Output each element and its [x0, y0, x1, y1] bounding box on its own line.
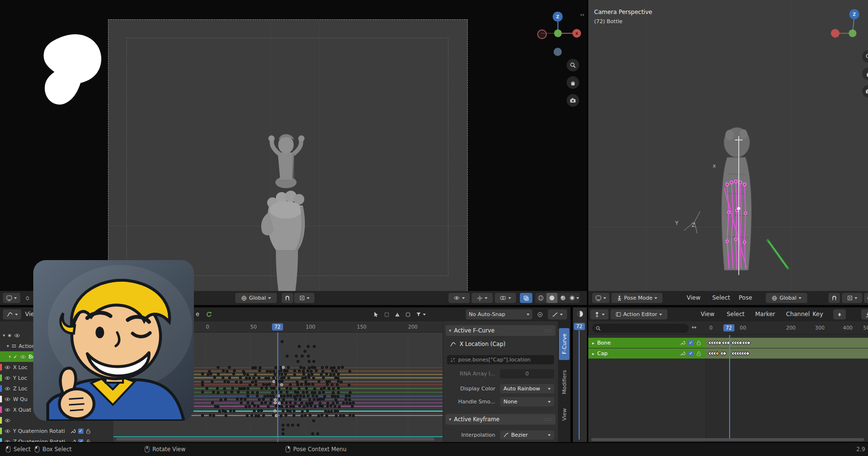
mode-dropdown[interactable]: Pose Mode [611, 293, 663, 303]
interpolation-dropdown[interactable]: Bezier [500, 430, 554, 440]
wrench-icon[interactable] [70, 439, 76, 442]
visibility-dropdown[interactable] [448, 293, 470, 303]
eye-icon[interactable] [4, 408, 11, 412]
lock-icon[interactable] [696, 340, 701, 345]
editor-type-button[interactable] [3, 309, 21, 319]
marquee-select-button[interactable] [381, 309, 392, 319]
lock-icon[interactable] [696, 351, 701, 356]
expand-triangle-icon[interactable]: ▸ [592, 351, 595, 356]
zoom-button[interactable] [567, 59, 579, 71]
eye-icon[interactable] [20, 355, 26, 359]
graph-channel-row[interactable]: Y Quaternion Rotati✓ [0, 426, 113, 436]
snap-settings-dropdown[interactable] [294, 293, 314, 303]
action-channel-area[interactable]: ▸Bone✓▸Cap✓ [588, 335, 868, 442]
eye-icon[interactable] [4, 429, 11, 433]
eye-icon[interactable] [4, 387, 11, 391]
playhead-frame-badge[interactable]: 72 [272, 323, 283, 331]
value-stepper-buttons[interactable] [833, 309, 846, 319]
xray-toggle-button[interactable] [520, 293, 532, 303]
menu-channel[interactable]: Channel [786, 311, 810, 318]
move-view-button[interactable] [862, 68, 868, 80]
camera-view-button[interactable] [862, 85, 868, 97]
wrench-icon[interactable] [680, 351, 685, 356]
proportional-edit-button[interactable] [864, 293, 868, 303]
auto-snap-dropdown[interactable]: No Auto-Snap [466, 309, 532, 319]
rna-array-field[interactable]: 0 [500, 369, 554, 378]
lock-icon[interactable] [86, 439, 91, 442]
action-channel-cell[interactable]: ▸Bone✓ [588, 338, 706, 348]
cursor-tool-button[interactable] [371, 309, 381, 319]
falloff-dropdown[interactable] [548, 309, 567, 319]
action-key-band[interactable] [706, 348, 868, 359]
tab-fcurve[interactable]: F-Curve [559, 328, 570, 360]
snap-toggle-button[interactable] [282, 293, 293, 303]
eye-icon[interactable] [4, 376, 11, 380]
panel-active-keyframe-header[interactable]: ▾ Active Keyframe :::: [446, 414, 556, 425]
display-color-dropdown[interactable]: Auto Rainbow [500, 384, 554, 393]
keyframe-diamond[interactable] [746, 351, 750, 356]
normalize-label-fragment[interactable]: e [196, 311, 199, 318]
action-channel-row[interactable]: ▸Bone✓ [588, 338, 868, 348]
playhead-line[interactable] [579, 331, 580, 440]
eye-icon[interactable] [4, 365, 11, 370]
action-channel-cell[interactable]: ▸Cap✓ [588, 348, 706, 359]
menu-select[interactable]: Select [727, 311, 745, 318]
tab-modifiers[interactable]: Modifiers [559, 364, 570, 401]
wrench-icon[interactable] [70, 428, 76, 434]
playhead-frame-badge[interactable]: 72 [723, 324, 734, 332]
menu-key[interactable]: Key [813, 311, 823, 318]
shading-solid-button[interactable] [546, 293, 557, 303]
refresh-button[interactable] [203, 309, 215, 319]
gizmo-camera-dot[interactable] [554, 48, 562, 56]
rna-path-field[interactable]: pose.bones["Cap"].location [447, 355, 554, 364]
snap-settings-dropdown[interactable] [842, 293, 862, 303]
expand-triangle-icon[interactable]: ▾ [3, 333, 5, 338]
push-down-button[interactable] [861, 309, 868, 319]
tab-view[interactable]: View [559, 403, 570, 426]
viewport-3d-right[interactable]: Camera Perspective (72) Bottle [588, 0, 868, 291]
transform-orientation-dropdown[interactable]: Global [766, 293, 807, 303]
action-key-band[interactable] [706, 338, 868, 348]
playhead-line[interactable] [729, 335, 730, 438]
editor-type-button[interactable] [3, 293, 20, 303]
filter-dropdown[interactable] [413, 309, 429, 319]
move-view-button[interactable] [567, 76, 579, 89]
gizmo-x-axis[interactable] [831, 29, 840, 38]
nav-gizmo[interactable]: Z x [530, 9, 587, 62]
camera-view-button[interactable] [567, 94, 579, 107]
checkbox-checked[interactable]: ✓ [688, 351, 693, 356]
shading-material-button[interactable] [557, 295, 569, 301]
gizmo-z-axis[interactable]: Z [849, 9, 859, 19]
menu-pose[interactable]: Pose [739, 294, 752, 301]
playhead-frame-badge[interactable]: 72 [574, 323, 585, 330]
gizmo-z-axis[interactable]: Z [553, 12, 563, 22]
action-horizontal-scrollbar[interactable] [591, 438, 864, 441]
eye-icon[interactable] [4, 418, 11, 423]
menu-marker[interactable]: Marker [755, 311, 775, 318]
keyframe-diamond[interactable] [746, 341, 751, 345]
eye-icon[interactable] [14, 333, 20, 338]
region-corner-arrows[interactable]: ‹› [580, 12, 584, 18]
mode-icon-button[interactable] [22, 293, 33, 303]
checkbox-checked[interactable]: ✓ [688, 340, 693, 345]
sub-mode-dropdown[interactable]: Action Editor [610, 309, 667, 319]
menu-select[interactable]: Select [712, 294, 730, 301]
panel-active-fcurve-header[interactable]: ▾ Active F-Curve :::: [446, 325, 556, 336]
lock-icon[interactable] [86, 428, 91, 434]
zoom-button[interactable] [862, 50, 868, 63]
checkbox-checked[interactable]: ✓ [78, 428, 83, 434]
warning-button[interactable] [392, 309, 403, 319]
editor-type-button[interactable] [590, 309, 609, 319]
editor-type-button[interactable] [592, 293, 610, 303]
ghost-curves-button[interactable] [403, 309, 413, 319]
graph-horizontal-scrollbar[interactable] [116, 438, 434, 441]
shading-wireframe-button[interactable] [535, 295, 546, 301]
expand-triangle-icon[interactable]: ▸ [592, 341, 595, 345]
gizmo-y-axis[interactable] [849, 29, 856, 37]
expand-triangle-icon[interactable]: ▾ [7, 344, 9, 348]
proportional-edit-button[interactable] [534, 309, 546, 319]
menu-view[interactable]: View [701, 311, 714, 318]
mini-timeline[interactable]: 72 [573, 307, 587, 442]
expand-triangle-icon[interactable]: ▾ [9, 354, 11, 359]
editor-type-icon[interactable] [576, 310, 584, 318]
